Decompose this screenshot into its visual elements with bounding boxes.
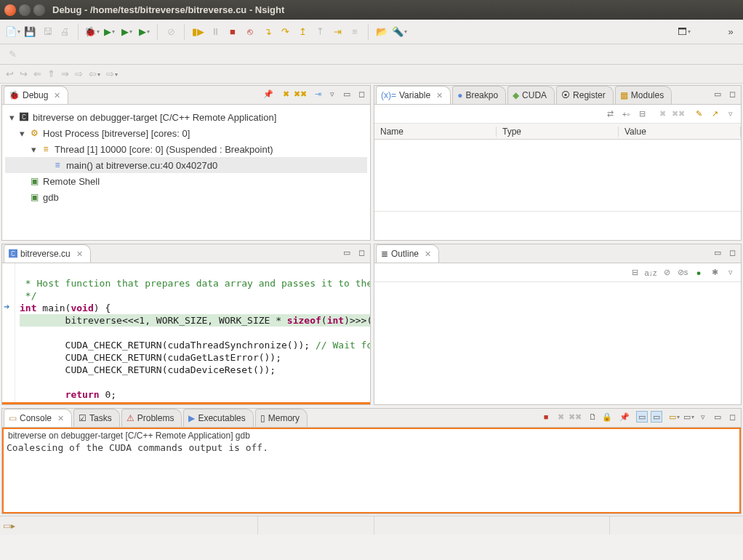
tab-breakpoints[interactable]: ●Breakpo [452, 86, 506, 104]
add-global-icon[interactable]: +▫ [620, 108, 632, 120]
col-value[interactable]: Value [619, 127, 741, 137]
tab-executables[interactable]: ▶Executables [183, 409, 253, 427]
show-type-icon[interactable]: ⇄ [604, 108, 616, 120]
run-last-icon[interactable]: ▶ [120, 25, 133, 39]
tab-register[interactable]: ⦿Register [556, 86, 614, 104]
perspective-icon[interactable]: 🗖 [678, 25, 691, 39]
skip-breakpoints-icon[interactable]: ⊘ [164, 25, 177, 39]
minimize-icon[interactable]: ▭ [712, 411, 723, 423]
close-icon[interactable]: ✕ [425, 249, 431, 259]
code-cmt: // Wait for the GPU launched work to com [316, 340, 370, 351]
collapse-icon[interactable]: ⊟ [636, 108, 648, 120]
code-editor[interactable]: ➔ * Host function that prepares data arr… [2, 263, 370, 402]
tab-cuda[interactable]: ◆CUDA [507, 86, 555, 104]
tab-console[interactable]: ▭Console✕ [4, 409, 72, 427]
tree-remote[interactable]: Remote Shell [43, 176, 100, 187]
col-type[interactable]: Type [497, 127, 619, 137]
status-console-icon[interactable]: ▭▸ [3, 521, 15, 531]
instruction-step-icon[interactable]: ≡ [348, 25, 361, 39]
terminate-icon[interactable]: ■ [226, 25, 239, 39]
terminate-icon[interactable]: ■ [540, 411, 552, 423]
new-icon[interactable]: 📄 [6, 25, 19, 39]
filter-icon[interactable]: ✱ [709, 267, 720, 279]
maximize-icon[interactable]: ◻ [726, 411, 738, 423]
tree-host[interactable]: Host Process [bitreverse] [cores: 0] [43, 128, 190, 139]
tab-file[interactable]: 🅲bitreverse.cu✕ [4, 244, 91, 263]
view-menu-icon[interactable]: ▿ [725, 267, 736, 279]
close-icon[interactable]: ✕ [436, 91, 443, 100]
disconnect-icon[interactable]: ⎋ [244, 25, 257, 39]
step-filters-icon[interactable]: ⇥ [331, 25, 344, 39]
tab-debug[interactable]: 🐞 Debug ✕ [4, 86, 68, 104]
view-menu-icon[interactable]: ▿ [697, 411, 709, 423]
minimize-icon[interactable]: ▭ [341, 247, 353, 258]
tree-app[interactable]: bitreverse on debugger-target [C/C++ Rem… [33, 112, 276, 123]
az-icon[interactable]: a↓z [645, 267, 656, 279]
window-maximize-button[interactable] [33, 4, 45, 16]
code-line: } [20, 401, 25, 402]
view-menu-icon[interactable]: ▿ [326, 88, 338, 100]
debug-tree[interactable]: ▾🅲bitreverse on debugger-target [C/C++ R… [2, 105, 370, 240]
hide-fields-icon[interactable]: ⊘ [661, 267, 672, 279]
step-return-icon[interactable]: ↥ [296, 25, 309, 39]
maximize-icon[interactable]: ◻ [356, 88, 367, 100]
tree-gdb[interactable]: gdb [43, 192, 59, 203]
pin-icon[interactable]: 📌 [262, 88, 274, 100]
tree-frame[interactable]: main() at bitreverse.cu:40 0x4027d0 [66, 160, 217, 171]
tab-tasks[interactable]: ☑Tasks [73, 409, 120, 427]
new-console-icon[interactable]: ▭ [683, 411, 694, 423]
code-text: main( [36, 303, 71, 313]
remove-launch-icon[interactable]: ✖ [280, 88, 292, 100]
maximize-icon[interactable]: ◻ [726, 247, 738, 258]
tab-modules-label: Modules [631, 90, 664, 100]
maximize-icon[interactable]: ◻ [726, 88, 738, 100]
col-name[interactable]: Name [374, 127, 497, 137]
remove-all-icon[interactable]: ✖✖ [294, 88, 306, 100]
variables-detail [374, 211, 741, 240]
tab-problems[interactable]: ⚠Problems [121, 409, 182, 427]
nav-left-icon: ⇐ [33, 68, 41, 79]
variables-body[interactable] [374, 140, 741, 211]
run-icon[interactable]: ▶ [103, 25, 116, 39]
minimize-icon[interactable]: ▭ [341, 88, 353, 100]
minimize-icon[interactable]: ▭ [712, 88, 723, 100]
maximize-icon[interactable]: ◻ [356, 247, 367, 258]
close-icon[interactable]: ✕ [57, 414, 64, 423]
tab-modules[interactable]: ▦Modules [615, 86, 672, 104]
console-output[interactable]: Coalescing of the CUDA commands output i… [7, 442, 736, 453]
new-watch-icon[interactable]: ✎ [693, 108, 704, 120]
tab-variable[interactable]: (x)=Variable✕ [376, 86, 451, 104]
step-into-icon[interactable]: ↴ [261, 25, 274, 39]
display-selected-icon[interactable]: ▭ [636, 411, 648, 423]
window-close-button[interactable] [4, 4, 16, 16]
scroll-lock-icon[interactable]: 🔒 [601, 411, 613, 423]
tree-thread[interactable]: Thread [1] 10000 [core: 0] (Suspended : … [55, 144, 273, 155]
search-icon[interactable]: 🔦 [393, 25, 406, 39]
open-type-icon[interactable]: 📂 [375, 25, 388, 39]
minimize-icon[interactable]: ▭ [712, 247, 723, 258]
show-console-icon[interactable]: ▭ [651, 411, 662, 423]
public-icon[interactable]: ● [693, 267, 704, 279]
outline-body[interactable] [374, 282, 741, 404]
view-menu-icon[interactable]: ▿ [725, 108, 736, 120]
clear-icon[interactable]: 🗋 [587, 411, 598, 423]
open-new-icon[interactable]: ↗ [709, 108, 720, 120]
pin-console-icon[interactable]: 📌 [619, 411, 630, 423]
tab-memory[interactable]: ▯Memory [255, 409, 308, 427]
close-icon[interactable]: ✕ [76, 249, 83, 259]
drop-frame-icon: ⤒ [313, 25, 326, 39]
main-toolbar: 📄 💾 🖫 🖨 🐞 ▶ ▶ ▶ ⊘ ▮▶ ⏸ ■ ⎋ ↴ ↷ ↥ ⤒ ⇥ ≡ 📂… [0, 20, 743, 44]
debug-icon[interactable]: 🐞 [85, 25, 98, 39]
overflow-icon[interactable]: » [724, 25, 737, 39]
resume-icon[interactable]: ▮▶ [191, 25, 204, 39]
hide-static-icon[interactable]: ⊘s [677, 267, 688, 279]
step-mode-icon[interactable]: ⇥ [312, 88, 324, 100]
step-over-icon[interactable]: ↷ [278, 25, 292, 39]
window-minimize-button[interactable] [19, 4, 31, 16]
profile-icon[interactable]: ▶ [137, 25, 150, 39]
open-console-icon[interactable]: ▭ [668, 411, 680, 423]
sort-icon[interactable]: ⊟ [629, 267, 640, 279]
tab-outline[interactable]: ≣Outline✕ [376, 244, 439, 263]
close-icon[interactable]: ✕ [54, 91, 60, 100]
print-icon: 🖨 [58, 25, 71, 39]
